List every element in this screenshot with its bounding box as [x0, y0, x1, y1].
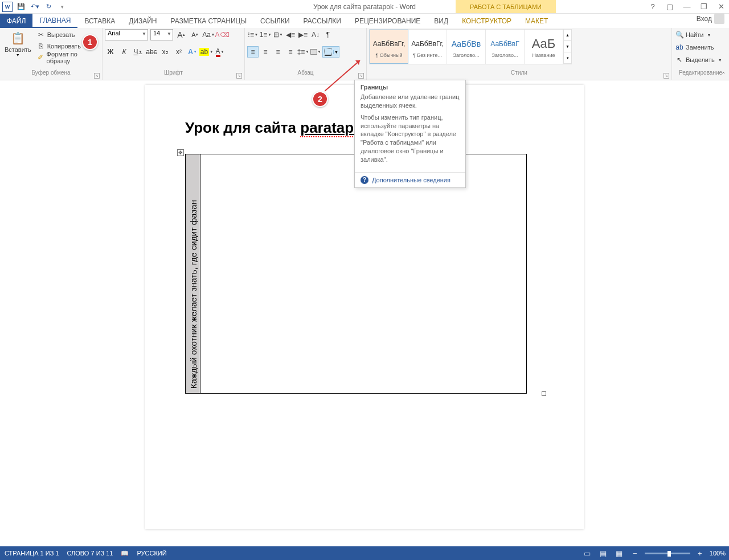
decrease-indent-button[interactable]: ◀≡ — [285, 29, 296, 40]
tab-file[interactable]: ФАЙЛ — [0, 14, 32, 28]
font-size-value: 14 — [153, 30, 160, 36]
styles-expand[interactable]: ▾ — [564, 52, 571, 64]
font-launcher[interactable]: ↘ — [236, 73, 242, 79]
show-marks-button[interactable]: ¶ — [322, 29, 334, 40]
tab-table-design[interactable]: КОНСТРУКТОР — [455, 14, 518, 28]
sign-in[interactable]: Вход — [697, 14, 724, 24]
multilevel-list-button[interactable]: ⊟▼ — [272, 29, 284, 40]
minimize-icon[interactable]: — — [679, 1, 695, 13]
table-cell-shaded[interactable]: Каждый охотник желает знать, где сидит ф… — [186, 154, 200, 394]
word-icon: W — [2, 2, 13, 12]
justify-button[interactable]: ≡ — [285, 46, 296, 58]
status-proofing-icon[interactable]: 📖 — [121, 550, 129, 557]
style-preview: АаБ — [532, 35, 556, 52]
replace-button[interactable]: abЗаменить — [674, 42, 723, 53]
redo-icon[interactable]: ↻ — [43, 2, 54, 12]
style-preview: АаБбВвГг, — [411, 35, 444, 52]
zoom-in[interactable]: + — [694, 547, 706, 559]
align-center-button[interactable]: ≡ — [260, 46, 271, 58]
style-normal[interactable]: АаБбВвГг,¶ Обычный — [370, 30, 408, 64]
table-cell-empty[interactable] — [200, 154, 527, 394]
numbering-button[interactable]: 1≡▼ — [260, 29, 271, 40]
tab-mailings[interactable]: РАССЫЛКИ — [297, 14, 348, 28]
tab-design[interactable]: ДИЗАЙН — [122, 14, 163, 28]
sign-in-label: Вход — [697, 15, 712, 23]
borders-dropdown-arrow[interactable]: ▼ — [333, 50, 339, 54]
bold-button[interactable]: Ж — [105, 46, 116, 58]
shrink-font-button[interactable]: A▾ — [189, 29, 200, 40]
sort-button[interactable]: A↓ — [310, 29, 321, 40]
borders-button[interactable]: ▼ — [322, 46, 339, 58]
style-heading1[interactable]: АаБбВвЗаголово... — [447, 30, 486, 64]
table-move-handle[interactable]: ✥ — [177, 149, 184, 156]
status-language[interactable]: РУССКИЙ — [137, 550, 166, 557]
ribbon-display-icon[interactable]: ▢ — [662, 1, 678, 13]
increase-indent-button[interactable]: ▶≡ — [297, 29, 309, 40]
maximize-icon[interactable]: ❐ — [696, 1, 712, 13]
tooltip-line2: Чтобы изменить тип границ, используйте п… — [361, 113, 460, 164]
zoom-thumb[interactable] — [667, 551, 671, 557]
document-table[interactable]: Каждый охотник желает знать, где сидит ф… — [185, 154, 527, 394]
font-name-combo[interactable]: Arial▼ — [105, 29, 148, 40]
status-page[interactable]: СТРАНИЦА 1 ИЗ 1 — [5, 550, 59, 557]
borders-icon — [323, 47, 333, 57]
text-effects-button[interactable]: A▼ — [187, 46, 198, 58]
styles-launcher[interactable]: ↘ — [664, 73, 669, 79]
document-title: Урок для сайта paratapok - Word — [313, 3, 416, 11]
clipboard-launcher[interactable]: ↘ — [94, 73, 100, 79]
line-spacing-button[interactable]: ‡≡▼ — [297, 46, 309, 58]
superscript-button[interactable]: x² — [173, 46, 185, 58]
find-button[interactable]: 🔍Найти▼ — [674, 29, 723, 40]
shading-button[interactable]: ▼ — [310, 46, 321, 58]
status-words[interactable]: СЛОВО 7 ИЗ 11 — [67, 550, 113, 557]
view-print-layout[interactable]: ▤ — [597, 547, 609, 559]
styles-scroll-up[interactable]: ▲ — [564, 30, 571, 41]
ribbon-tabs: ФАЙЛ ГЛАВНАЯ ВСТАВКА ДИЗАЙН РАЗМЕТКА СТР… — [0, 14, 729, 28]
tab-review[interactable]: РЕЦЕНЗИРОВАНИЕ — [348, 14, 427, 28]
tab-home[interactable]: ГЛАВНАЯ — [32, 14, 77, 28]
styles-gallery[interactable]: АаБбВвГг,¶ Обычный АаБбВвГг,¶ Без инте..… — [369, 29, 572, 64]
undo-icon[interactable]: ↶▾ — [30, 2, 40, 12]
strikethrough-button[interactable]: abc — [146, 46, 157, 58]
tooltip-more-label: Дополнительные сведения — [372, 177, 450, 183]
align-right-button[interactable]: ≡ — [272, 46, 284, 58]
align-left-button[interactable]: ≡ — [247, 46, 259, 58]
style-heading2[interactable]: АаБбВвГЗаголово... — [486, 30, 525, 64]
select-button[interactable]: ↖Выделить▼ — [674, 54, 723, 66]
style-no-spacing[interactable]: АаБбВвГг,¶ Без инте... — [408, 30, 447, 64]
highlight-button[interactable]: ab▼ — [200, 46, 212, 58]
tab-page-layout[interactable]: РАЗМЕТКА СТРАНИЦЫ — [164, 14, 254, 28]
qat-customize-icon[interactable]: ▾ — [57, 2, 67, 12]
group-styles-label: Стили↘ — [369, 70, 669, 80]
bullets-button[interactable]: ⁝≡▼ — [247, 29, 259, 40]
zoom-slider[interactable] — [645, 553, 690, 554]
style-name: Название — [532, 52, 555, 58]
italic-button[interactable]: К — [118, 46, 130, 58]
styles-scroll-down[interactable]: ▼ — [564, 41, 571, 52]
subscript-button[interactable]: x₂ — [159, 46, 171, 58]
format-painter-button[interactable]: ✐Формат по образцу — [36, 52, 100, 63]
view-read-mode[interactable]: ▭ — [581, 547, 593, 559]
table-resize-handle[interactable] — [542, 391, 546, 396]
font-color-button[interactable]: A▼ — [214, 46, 226, 58]
view-web-layout[interactable]: ▦ — [613, 547, 625, 559]
scissors-icon: ✂ — [37, 31, 45, 39]
grow-font-button[interactable]: A▴ — [175, 29, 187, 40]
font-size-combo[interactable]: 14▼ — [150, 29, 173, 40]
clear-formatting-button[interactable]: A⌫ — [216, 29, 228, 40]
tooltip-more-info[interactable]: ? Дополнительные сведения — [355, 172, 465, 187]
save-icon[interactable]: 💾 — [16, 2, 26, 12]
style-title[interactable]: АаБНазвание — [525, 30, 563, 64]
underline-button[interactable]: Ч▼ — [132, 46, 144, 58]
zoom-out[interactable]: − — [629, 547, 641, 559]
tab-view[interactable]: ВИД — [427, 14, 455, 28]
tab-insert[interactable]: ВСТАВКА — [77, 14, 122, 28]
tab-table-layout[interactable]: МАКЕТ — [518, 14, 555, 28]
zoom-level[interactable]: 100% — [710, 550, 726, 557]
help-icon[interactable]: ? — [645, 1, 661, 13]
tab-references[interactable]: ССЫЛКИ — [253, 14, 296, 28]
collapse-ribbon-icon[interactable]: ⌃ — [719, 70, 728, 79]
close-icon[interactable]: ✕ — [713, 1, 729, 13]
change-case-button[interactable]: Aa▼ — [203, 29, 214, 40]
paste-button[interactable]: 📋 Вставить ▼ — [2, 29, 34, 58]
